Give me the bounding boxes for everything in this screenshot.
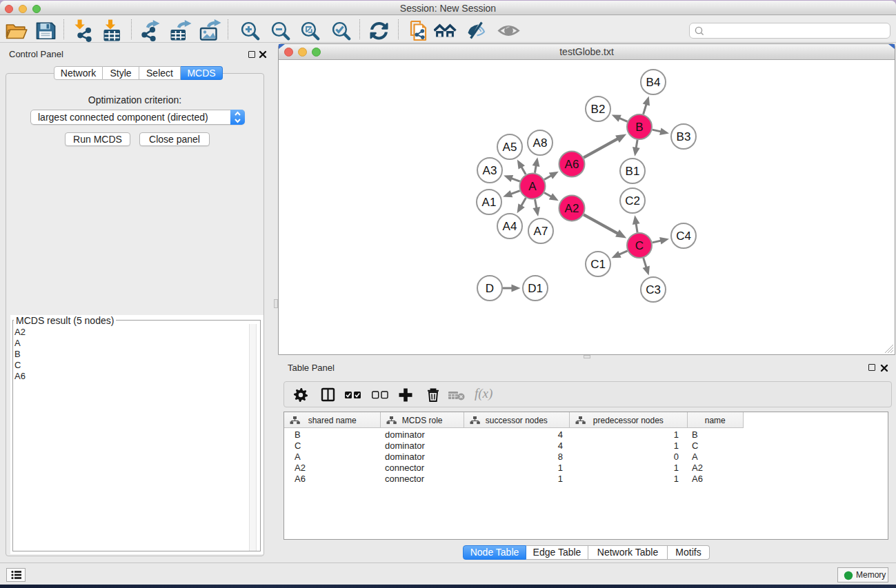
svg-text:C4: C4 (676, 230, 691, 243)
svg-text:A8: A8 (533, 136, 548, 150)
svg-text:A7: A7 (534, 225, 548, 238)
svg-text:B3: B3 (677, 130, 691, 143)
svg-text:C2: C2 (625, 194, 640, 207)
svg-text:A4: A4 (503, 220, 517, 233)
svg-text:D: D (486, 282, 494, 295)
svg-text:C: C (635, 239, 644, 252)
svg-text:C3: C3 (646, 283, 661, 296)
svg-text:B2: B2 (591, 103, 606, 116)
svg-text:A6: A6 (565, 158, 579, 171)
svg-text:C1: C1 (590, 258, 606, 271)
svg-text:B: B (635, 121, 643, 134)
svg-text:B1: B1 (626, 165, 640, 178)
svg-text:A3: A3 (483, 164, 497, 177)
svg-text:A: A (528, 180, 537, 193)
svg-text:D1: D1 (528, 282, 543, 295)
svg-text:B4: B4 (646, 76, 661, 89)
svg-text:A5: A5 (503, 141, 517, 154)
svg-text:A1: A1 (482, 196, 497, 209)
svg-text:A2: A2 (565, 202, 579, 215)
